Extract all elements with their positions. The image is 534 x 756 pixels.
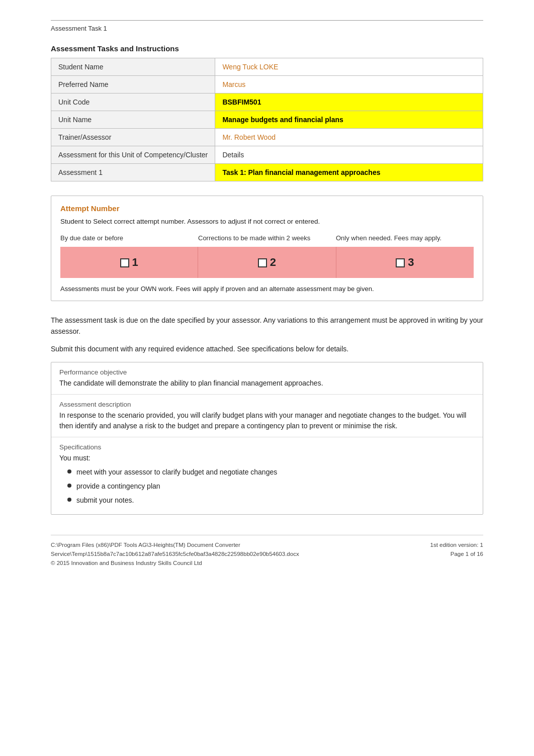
table-cell-label: Unit Code	[51, 93, 215, 111]
table-cell-value: Manage budgets and financial plans	[215, 111, 483, 129]
attempt-box-3[interactable]: 3	[336, 247, 474, 278]
table-cell-label: Preferred Name	[51, 76, 215, 93]
footer-line1: C:\Program Files (x86)\PDF Tools AG\3-He…	[51, 540, 483, 549]
checkbox-2[interactable]	[258, 258, 267, 267]
table-cell-label: Assessment 1	[51, 164, 215, 181]
footer-edition: 1st edition version: 1	[430, 542, 483, 548]
table-row: Preferred NameMarcus	[51, 76, 483, 93]
content-section: Performance objectiveThe candidate will …	[51, 362, 483, 395]
table-cell-value: Details	[215, 146, 483, 164]
bullet-dot	[67, 498, 71, 502]
table-cell-label: Student Name	[51, 58, 215, 76]
list-item-text: meet with your assessor to clarify budge…	[76, 467, 277, 478]
page-header: Assessment Task 1	[51, 20, 483, 32]
table-row: Assessment 1Task 1: Plan financial manag…	[51, 164, 483, 181]
header-label: Assessment Task 1	[51, 25, 107, 32]
table-row: Trainer/AssessorMr. Robert Wood	[51, 129, 483, 146]
list-item: submit your notes.	[59, 495, 475, 506]
content-section: Assessment descriptionIn response to the…	[51, 395, 483, 437]
table-cell-value: Weng Tuck LOKE	[215, 58, 483, 76]
footer-page: Page 1 of 16	[451, 551, 483, 557]
table-row: Assessment for this Unit of Competency/C…	[51, 146, 483, 164]
attempt-columns: By due date or before Corrections to be …	[60, 232, 474, 244]
table-cell-value: Mr. Robert Wood	[215, 129, 483, 146]
attempt-col-1: By due date or before	[60, 232, 198, 244]
attempt-section: Attempt Number Student to Select correct…	[51, 196, 483, 301]
content-section-text: In response to the scenario provided, yo…	[59, 410, 475, 432]
attempt-note: Assessments must be your OWN work. Fees …	[60, 285, 474, 293]
table-cell-value: Marcus	[215, 76, 483, 93]
list-item-text: provide a contingency plan	[76, 481, 160, 492]
content-section-text: The candidate will demonstrate the abili…	[59, 378, 475, 389]
content-box: Performance objectiveThe candidate will …	[51, 362, 483, 515]
table-row: Student NameWeng Tuck LOKE	[51, 58, 483, 76]
attempt-title: Attempt Number	[60, 204, 474, 213]
content-section-label: Performance objective	[59, 367, 475, 378]
content-section-label: Assessment description	[59, 400, 475, 410]
attempt-description: Student to Select correct attempt number…	[60, 218, 474, 225]
bullet-list: meet with your assessor to clarify budge…	[59, 467, 475, 506]
footer-line2: Service\Temp\1515b8a7c7ac10b612a87afe516…	[51, 549, 483, 558]
bullet-dot	[67, 484, 71, 488]
attempt-box-2[interactable]: 2	[198, 247, 336, 278]
footer-right: 1st edition version: 1 Page 1 of 16	[430, 540, 483, 559]
attempt-box-1[interactable]: 1	[60, 247, 198, 278]
body-paragraph: The assessment task is due on the date s…	[51, 315, 483, 337]
section-title: Assessment Tasks and Instructions	[51, 44, 483, 53]
checkbox-1[interactable]	[120, 258, 129, 267]
table-row: Unit CodeBSBFIM501	[51, 93, 483, 111]
content-section: SpecificationsYou must:meet with your as…	[51, 437, 483, 514]
content-section-intro: You must:	[59, 453, 475, 464]
table-cell-label: Unit Name	[51, 111, 215, 129]
table-row: Unit NameManage budgets and financial pl…	[51, 111, 483, 129]
list-item: provide a contingency plan	[59, 481, 475, 492]
table-cell-value: BSBFIM501	[215, 93, 483, 111]
footer-line3: © 2015 Innovation and Business Industry …	[51, 558, 483, 568]
bullet-dot	[67, 469, 71, 474]
checkbox-3[interactable]	[396, 258, 405, 267]
page-footer: 1st edition version: 1 Page 1 of 16 C:\P…	[51, 535, 483, 568]
list-item: meet with your assessor to clarify budge…	[59, 467, 475, 478]
list-item-text: submit your notes.	[76, 495, 134, 506]
content-section-label: Specifications	[59, 442, 475, 453]
table-cell-label: Trainer/Assessor	[51, 129, 215, 146]
table-cell-value: Task 1: Plan financial management approa…	[215, 164, 483, 181]
body-paragraph: Submit this document with any required e…	[51, 344, 483, 355]
info-table: Student NameWeng Tuck LOKEPreferred Name…	[51, 58, 483, 181]
attempt-col-3: Only when needed. Fees may apply.	[336, 232, 474, 244]
attempt-col-2: Corrections to be made within 2 weeks	[198, 232, 336, 244]
attempt-boxes: 1 2 3	[60, 247, 474, 278]
table-cell-label: Assessment for this Unit of Competency/C…	[51, 146, 215, 164]
